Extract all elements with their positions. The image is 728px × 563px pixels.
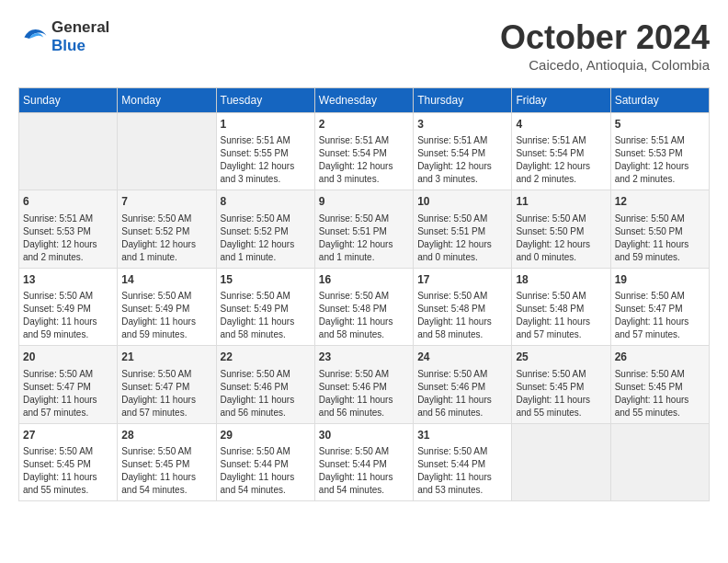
day-info: Sunrise: 5:50 AM Sunset: 5:45 PM Dayligh… [615, 368, 705, 419]
day-number: 22 [221, 350, 311, 365]
day-number: 12 [615, 194, 705, 210]
calendar-day-cell [118, 113, 216, 190]
day-number: 17 [417, 272, 507, 288]
day-info: Sunrise: 5:50 AM Sunset: 5:44 PM Dayligh… [221, 445, 311, 497]
day-number: 19 [615, 272, 705, 288]
day-number: 13 [23, 272, 113, 288]
day-info: Sunrise: 5:51 AM Sunset: 5:54 PM Dayligh… [319, 134, 409, 186]
day-number: 29 [221, 428, 311, 443]
calendar-day-cell [512, 423, 610, 500]
calendar-day-cell: 30Sunrise: 5:50 AM Sunset: 5:44 PM Dayli… [314, 423, 413, 500]
calendar-day-cell: 25Sunrise: 5:50 AM Sunset: 5:45 PM Dayli… [512, 346, 610, 423]
day-number: 25 [516, 350, 606, 365]
day-info: Sunrise: 5:50 AM Sunset: 5:46 PM Dayligh… [417, 368, 507, 419]
logo-text: General Blue [51, 18, 109, 55]
day-info: Sunrise: 5:51 AM Sunset: 5:54 PM Dayligh… [417, 134, 507, 186]
weekday-header-cell: Wednesday [314, 88, 413, 113]
day-info: Sunrise: 5:50 AM Sunset: 5:48 PM Dayligh… [417, 290, 507, 341]
calendar-day-cell: 17Sunrise: 5:50 AM Sunset: 5:48 PM Dayli… [414, 268, 512, 345]
weekday-header-cell: Thursday [414, 88, 512, 113]
calendar-day-cell: 6Sunrise: 5:51 AM Sunset: 5:53 PM Daylig… [19, 190, 118, 268]
page-header: General Blue October 2024 Caicedo, Antio… [18, 18, 710, 73]
day-info: Sunrise: 5:50 AM Sunset: 5:51 PM Dayligh… [417, 213, 507, 264]
calendar-day-cell: 15Sunrise: 5:50 AM Sunset: 5:49 PM Dayli… [216, 268, 314, 345]
calendar-day-cell: 14Sunrise: 5:50 AM Sunset: 5:49 PM Dayli… [118, 268, 216, 345]
calendar-header-row: SundayMondayTuesdayWednesdayThursdayFrid… [19, 88, 710, 113]
day-number: 5 [615, 117, 705, 132]
day-number: 27 [23, 428, 113, 443]
day-number: 31 [417, 428, 507, 443]
calendar-day-cell: 2Sunrise: 5:51 AM Sunset: 5:54 PM Daylig… [314, 113, 413, 190]
day-number: 30 [319, 428, 409, 443]
month-title: October 2024 [500, 18, 710, 57]
day-info: Sunrise: 5:50 AM Sunset: 5:44 PM Dayligh… [319, 445, 409, 497]
calendar-day-cell: 31Sunrise: 5:50 AM Sunset: 5:44 PM Dayli… [414, 423, 512, 500]
calendar-day-cell: 16Sunrise: 5:50 AM Sunset: 5:48 PM Dayli… [314, 268, 413, 345]
day-number: 9 [319, 194, 409, 210]
weekday-header-cell: Saturday [610, 88, 709, 113]
day-number: 28 [121, 428, 211, 443]
day-info: Sunrise: 5:50 AM Sunset: 5:46 PM Dayligh… [221, 368, 311, 419]
day-number: 26 [615, 350, 705, 365]
calendar-week-row: 13Sunrise: 5:50 AM Sunset: 5:49 PM Dayli… [19, 268, 710, 345]
calendar-day-cell: 20Sunrise: 5:50 AM Sunset: 5:47 PM Dayli… [19, 346, 118, 423]
title-block: October 2024 Caicedo, Antioquia, Colombi… [500, 18, 710, 73]
calendar-day-cell: 1Sunrise: 5:51 AM Sunset: 5:55 PM Daylig… [216, 113, 314, 190]
day-number: 23 [319, 350, 409, 365]
calendar-day-cell: 24Sunrise: 5:50 AM Sunset: 5:46 PM Dayli… [414, 346, 512, 423]
day-number: 2 [319, 117, 409, 132]
day-number: 16 [319, 272, 409, 288]
day-info: Sunrise: 5:50 AM Sunset: 5:47 PM Dayligh… [23, 368, 113, 419]
day-info: Sunrise: 5:50 AM Sunset: 5:51 PM Dayligh… [319, 213, 409, 264]
calendar-day-cell: 3Sunrise: 5:51 AM Sunset: 5:54 PM Daylig… [414, 113, 512, 190]
day-number: 15 [221, 272, 311, 288]
calendar-week-row: 27Sunrise: 5:50 AM Sunset: 5:45 PM Dayli… [19, 423, 710, 500]
calendar-day-cell: 4Sunrise: 5:51 AM Sunset: 5:54 PM Daylig… [512, 113, 610, 190]
day-number: 1 [221, 117, 311, 132]
logo-icon [18, 24, 48, 50]
calendar-week-row: 6Sunrise: 5:51 AM Sunset: 5:53 PM Daylig… [19, 190, 710, 268]
calendar-day-cell: 11Sunrise: 5:50 AM Sunset: 5:50 PM Dayli… [512, 190, 610, 268]
day-number: 10 [417, 194, 507, 210]
calendar-day-cell: 8Sunrise: 5:50 AM Sunset: 5:52 PM Daylig… [216, 190, 314, 268]
day-info: Sunrise: 5:50 AM Sunset: 5:50 PM Dayligh… [516, 213, 606, 264]
day-info: Sunrise: 5:50 AM Sunset: 5:49 PM Dayligh… [23, 290, 113, 341]
calendar-day-cell: 7Sunrise: 5:50 AM Sunset: 5:52 PM Daylig… [118, 190, 216, 268]
day-info: Sunrise: 5:50 AM Sunset: 5:44 PM Dayligh… [417, 445, 507, 497]
calendar-day-cell: 22Sunrise: 5:50 AM Sunset: 5:46 PM Dayli… [216, 346, 314, 423]
day-info: Sunrise: 5:50 AM Sunset: 5:52 PM Dayligh… [221, 213, 311, 264]
calendar-day-cell: 10Sunrise: 5:50 AM Sunset: 5:51 PM Dayli… [414, 190, 512, 268]
day-info: Sunrise: 5:50 AM Sunset: 5:47 PM Dayligh… [121, 368, 211, 419]
weekday-header-cell: Friday [512, 88, 610, 113]
calendar-week-row: 1Sunrise: 5:51 AM Sunset: 5:55 PM Daylig… [19, 113, 710, 190]
calendar-day-cell: 23Sunrise: 5:50 AM Sunset: 5:46 PM Dayli… [314, 346, 413, 423]
calendar-day-cell: 12Sunrise: 5:50 AM Sunset: 5:50 PM Dayli… [610, 190, 709, 268]
day-number: 4 [516, 117, 606, 132]
day-info: Sunrise: 5:51 AM Sunset: 5:54 PM Dayligh… [516, 134, 606, 186]
calendar-day-cell: 18Sunrise: 5:50 AM Sunset: 5:48 PM Dayli… [512, 268, 610, 345]
calendar-day-cell: 9Sunrise: 5:50 AM Sunset: 5:51 PM Daylig… [314, 190, 413, 268]
calendar-day-cell: 19Sunrise: 5:50 AM Sunset: 5:47 PM Dayli… [610, 268, 709, 345]
day-number: 18 [516, 272, 606, 288]
day-number: 7 [121, 194, 211, 210]
weekday-header-cell: Tuesday [216, 88, 314, 113]
day-info: Sunrise: 5:50 AM Sunset: 5:47 PM Dayligh… [615, 290, 705, 341]
calendar-day-cell: 21Sunrise: 5:50 AM Sunset: 5:47 PM Dayli… [118, 346, 216, 423]
day-info: Sunrise: 5:50 AM Sunset: 5:45 PM Dayligh… [516, 368, 606, 419]
location-subtitle: Caicedo, Antioquia, Colombia [500, 57, 710, 73]
day-number: 6 [23, 194, 113, 210]
day-info: Sunrise: 5:50 AM Sunset: 5:46 PM Dayligh… [319, 368, 409, 419]
weekday-header-cell: Monday [118, 88, 216, 113]
calendar-table: SundayMondayTuesdayWednesdayThursdayFrid… [18, 87, 710, 501]
day-info: Sunrise: 5:51 AM Sunset: 5:53 PM Dayligh… [23, 213, 113, 264]
day-number: 24 [417, 350, 507, 365]
day-info: Sunrise: 5:50 AM Sunset: 5:45 PM Dayligh… [121, 445, 211, 497]
day-number: 20 [23, 350, 113, 365]
day-number: 11 [516, 194, 606, 210]
calendar-body: 1Sunrise: 5:51 AM Sunset: 5:55 PM Daylig… [19, 113, 710, 501]
day-info: Sunrise: 5:51 AM Sunset: 5:55 PM Dayligh… [221, 134, 311, 186]
calendar-day-cell: 27Sunrise: 5:50 AM Sunset: 5:45 PM Dayli… [19, 423, 118, 500]
day-info: Sunrise: 5:50 AM Sunset: 5:48 PM Dayligh… [516, 290, 606, 341]
calendar-day-cell: 26Sunrise: 5:50 AM Sunset: 5:45 PM Dayli… [610, 346, 709, 423]
day-info: Sunrise: 5:50 AM Sunset: 5:49 PM Dayligh… [221, 290, 311, 341]
